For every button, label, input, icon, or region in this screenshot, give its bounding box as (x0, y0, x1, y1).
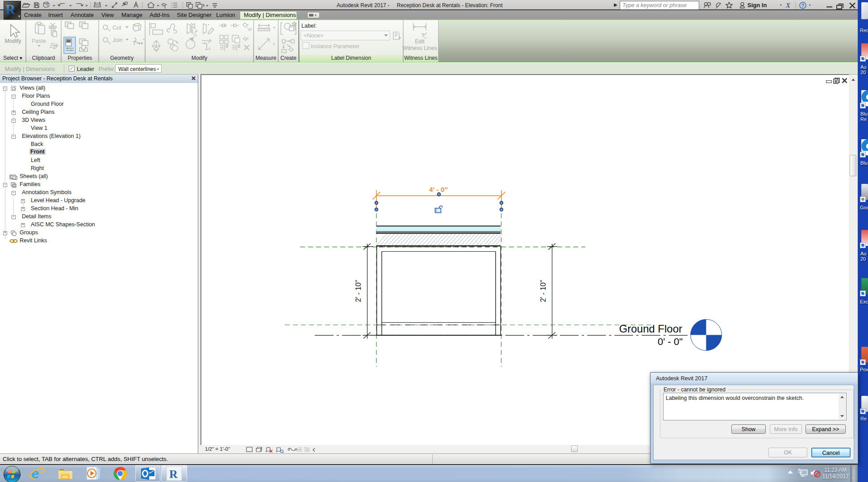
svg-text:?: ? (801, 3, 805, 8)
svg-text:Label:: Label: (301, 23, 317, 29)
svg-text:2' - 10": 2' - 10" (355, 280, 362, 302)
svg-text:Edit: Edit (415, 38, 425, 45)
svg-text:X: X (785, 2, 791, 9)
svg-text:Join: Join (113, 37, 123, 43)
svg-text:Witness Lines: Witness Lines (402, 45, 437, 51)
svg-text:e: e (31, 466, 39, 481)
svg-text:2' - 10": 2' - 10" (539, 280, 547, 302)
svg-text:Ground Floor: Ground Floor (619, 323, 682, 335)
svg-text:Modify: Modify (5, 38, 22, 44)
svg-text:0' - 0": 0' - 0" (658, 336, 683, 347)
svg-text:Sign In: Sign In (747, 2, 767, 8)
svg-text:R: R (169, 468, 178, 481)
svg-text:Instance Parameter: Instance Parameter (311, 43, 359, 50)
svg-text:Paste: Paste (32, 38, 46, 44)
svg-text:4' - 0": 4' - 0" (429, 186, 448, 193)
svg-text:<None>: <None> (304, 33, 323, 39)
svg-text:Cut: Cut (113, 25, 121, 31)
